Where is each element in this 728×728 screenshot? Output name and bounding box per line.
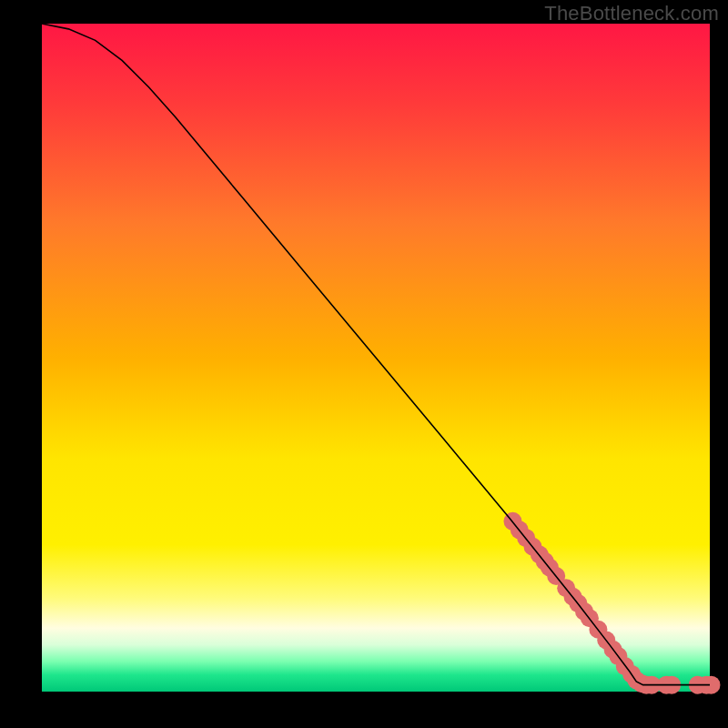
watermark-text: TheBottleneck.com — [544, 2, 719, 25]
chart-curve — [42, 24, 710, 685]
chart-plot-area — [42, 24, 710, 692]
chart-overlay — [42, 24, 710, 692]
chart-markers — [503, 512, 720, 694]
